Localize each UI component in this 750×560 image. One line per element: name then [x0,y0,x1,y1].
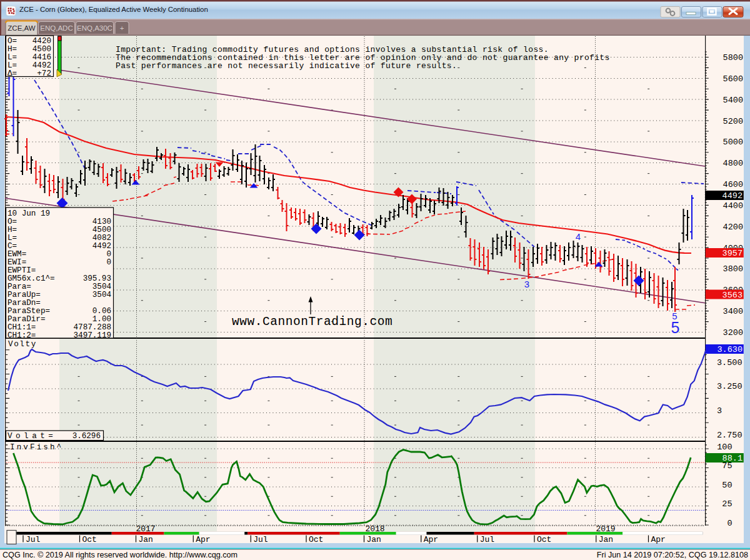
svg-text:ZCE - Corn (Globex), Equalized: ZCE - Corn (Globex), Equalized Active We… [19,6,208,13]
svg-text:Fri Jun 14 2019 07:20:52, CQG: Fri Jun 14 2019 07:20:52, CQG 19.12.8108 [597,551,748,559]
svg-text:L=: L= [8,234,17,242]
svg-text:EWM=: EWM= [8,250,26,259]
svg-text:3: 3 [717,406,722,416]
svg-text:0: 0 [106,250,111,259]
svg-text:4: 4 [576,231,581,242]
svg-text:1.00: 1.00 [92,315,111,324]
svg-text:88.1: 88.1 [722,454,742,463]
svg-text:5800: 5800 [723,53,743,62]
svg-text:GM56x.c1^=: GM56x.c1^= [8,274,55,283]
svg-text:4492: 4492 [722,191,742,201]
svg-text:ENQ,A30C: ENQ,A30C [77,24,112,32]
svg-text:Oct: Oct [537,535,551,544]
svg-text:H=: H= [8,45,17,54]
svg-text:4130: 4130 [92,218,111,226]
svg-text:CQG Inc. © 2019 All rights res: CQG Inc. © 2019 All rights reserved worl… [2,551,238,559]
svg-text:Jan: Jan [139,535,153,544]
svg-text:Jul: Jul [253,535,268,544]
svg-text:3.250: 3.250 [717,382,742,391]
svg-text:5200: 5200 [723,117,743,126]
svg-text:3504: 3504 [92,291,111,299]
svg-text:3800: 3800 [723,264,743,274]
svg-text:Jul: Jul [480,535,495,544]
svg-text:3497.119: 3497.119 [74,331,111,340]
svg-text:4787.288: 4787.288 [74,323,111,332]
svg-text:H=: H= [8,226,17,234]
svg-text:0: 0 [727,519,732,528]
svg-text:3200: 3200 [723,328,743,338]
svg-text:C=: C= [8,242,17,251]
svg-text:4500: 4500 [92,226,111,234]
svg-text:Oct: Oct [82,535,97,544]
svg-text:10 Jun 19: 10 Jun 19 [8,209,50,218]
svg-text:Para=: Para= [8,282,31,291]
svg-text:Apr: Apr [651,535,666,544]
svg-text:CH1:1=: CH1:1= [8,323,36,332]
svg-text:25: 25 [722,499,732,509]
svg-text:ParaDir=: ParaDir= [8,315,45,324]
svg-text:4492: 4492 [32,61,51,70]
svg-text:4800: 4800 [723,159,743,168]
svg-text:ENQ,ADC: ENQ,ADC [40,24,72,32]
svg-text:3.630: 3.630 [717,345,742,354]
svg-text:O=: O= [8,37,17,46]
svg-text:EWPTI=: EWPTI= [8,266,36,275]
svg-text:L=: L= [8,53,17,62]
svg-text:Apr: Apr [196,535,210,544]
svg-text:Volat=: Volat= [8,432,56,441]
svg-text:L=: L= [8,61,17,70]
svg-text:4200: 4200 [723,222,743,232]
svg-text:0.06: 0.06 [92,307,111,316]
svg-text:5400: 5400 [723,96,743,105]
svg-text:InvFish^: InvFish^ [10,443,63,452]
svg-text:5000: 5000 [723,138,743,147]
svg-text:Apr: Apr [424,535,438,544]
svg-text:4492: 4492 [92,242,111,251]
svg-text:ParaStep=: ParaStep= [8,307,50,316]
svg-text:ParaUp=: ParaUp= [8,291,41,299]
svg-text:4416: 4416 [32,53,51,62]
svg-text:Oct: Oct [309,535,323,544]
svg-text:Jan: Jan [599,535,613,544]
svg-text:4400: 4400 [723,201,743,211]
svg-text:2.750: 2.750 [717,431,742,440]
svg-text:O=: O= [8,218,17,226]
svg-text:3: 3 [524,279,529,289]
svg-text:395.93: 395.93 [83,274,111,283]
svg-text:4082: 4082 [92,234,111,242]
svg-text:3.500: 3.500 [717,358,742,368]
svg-text:+: + [120,24,124,32]
svg-text:Past performances are not nece: Past performances are not necessarily in… [116,61,457,71]
svg-text:4420: 4420 [32,37,51,46]
svg-text:Jul: Jul [26,535,41,544]
svg-text:4600: 4600 [723,180,743,189]
svg-text:EWI=: EWI= [8,258,26,267]
svg-text:3504: 3504 [92,282,111,291]
svg-text:www.CannonTrading.com: www.CannonTrading.com [232,315,392,329]
svg-text:4500: 4500 [32,45,51,54]
svg-text:Δ=: Δ= [8,69,17,78]
svg-text:+72: +72 [37,69,51,78]
svg-text:0: 0 [106,258,111,267]
svg-text:5600: 5600 [723,74,743,84]
svg-text:3.6296: 3.6296 [72,432,101,441]
svg-text:ZCE,AW: ZCE,AW [8,24,35,32]
svg-text:Volty: Volty [8,340,37,349]
svg-text:ParaDn=: ParaDn= [8,299,41,308]
svg-text:100: 100 [717,442,732,452]
svg-text:Jan: Jan [367,535,381,544]
svg-text:50: 50 [722,481,732,490]
svg-text:CH1:2=: CH1:2= [8,331,36,340]
svg-text:3957: 3957 [722,249,742,258]
svg-text:5: 5 [671,319,680,336]
svg-text:3400: 3400 [723,307,743,316]
svg-text:3563: 3563 [722,291,742,300]
